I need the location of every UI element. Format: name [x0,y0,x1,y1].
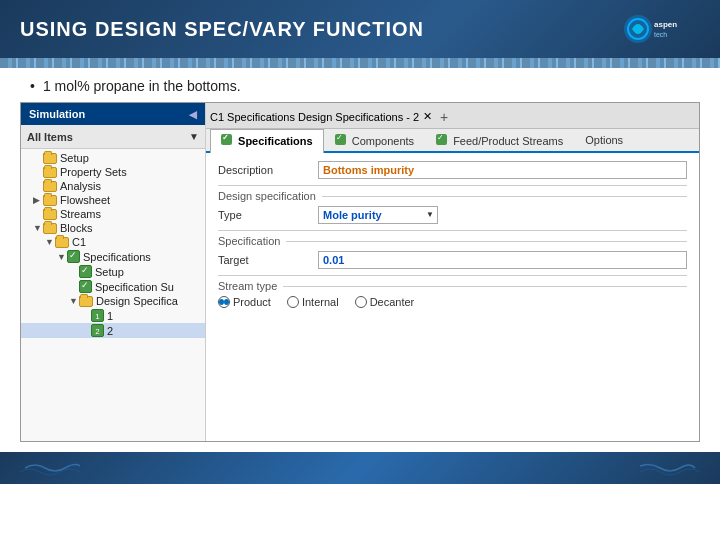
section-text: Stream type [218,280,277,292]
header: USING DESIGN SPEC/VARY FUNCTION aspen te… [0,0,720,58]
all-items-dropdown[interactable]: ▼ [189,131,199,142]
check-icon [79,280,92,293]
tab-check-icon [221,134,232,145]
tab-options[interactable]: Options [574,129,634,151]
type-label: Type [218,209,318,221]
folder-icon [43,209,57,220]
target-label: Target [218,254,318,266]
section-text: Design specification [218,190,316,202]
form-content: Description Design specification Type Mo… [206,153,699,441]
type-select-wrapper: Mole purity Mass purity Mole fraction Ma… [318,206,438,224]
tree-arrow: ▼ [69,296,77,306]
tree-item-c1[interactable]: ▼ C1 [21,235,205,249]
right-panel: C1 Specifications Design Specifications … [206,103,699,441]
tab-label: Specifications [238,135,313,147]
tree-label: Blocks [60,222,92,234]
tree-item-specifications[interactable]: ▼ Specifications [21,249,205,264]
folder-icon [43,153,57,164]
stream-type-section-label: Stream type [218,275,687,292]
logo-area: aspen tech [620,11,700,47]
tree-item-1[interactable]: 1 1 [21,308,205,323]
svg-text:tech: tech [654,31,667,38]
stream-type-row: Product Internal Decanter [218,296,687,308]
tab-feed-product-streams[interactable]: Feed/Product Streams [425,129,574,151]
tree-item-spec-su[interactable]: Specification Su [21,279,205,294]
type-row: Type Mole purity Mass purity Mole fracti… [218,206,687,224]
radio-product[interactable]: Product [218,296,271,308]
folder-icon [43,195,57,206]
footer-deco-right [640,458,700,478]
tab-label: Components [352,135,414,147]
all-items-header: All Items ▼ [21,125,205,149]
target-row: Target [218,251,687,269]
tab-label: Feed/Product Streams [453,135,563,147]
inner-window-add[interactable]: + [436,109,452,125]
tree-item-blocks[interactable]: ▼ Blocks [21,221,205,235]
tree-label: 1 [107,310,113,322]
specification-section-label: Specification [218,230,687,247]
num-icon: 2 [91,324,104,337]
folder-icon [43,223,57,234]
radio-internal[interactable]: Internal [287,296,339,308]
tree-label: Design Specifica [96,295,178,307]
tree-area: Setup Property Sets Analysis ▶ Flowsheet [21,149,205,441]
main-content: Simulation ◀ All Items ▼ Setup Property … [0,102,720,452]
radio-label-decanter: Decanter [370,296,415,308]
radio-circle-internal [287,296,299,308]
tabs-row: Specifications Components Feed/Product S… [206,129,699,153]
tab-check-icon [335,134,346,145]
tree-label: Setup [60,152,89,164]
description-row: Description [218,161,687,179]
tab-label: Options [585,134,623,146]
tree-label: 2 [107,325,113,337]
target-input[interactable] [318,251,687,269]
folder-icon [79,296,93,307]
folder-icon [43,167,57,178]
tree-arrow: ▼ [57,252,65,262]
description-label: Description [218,164,318,176]
num-icon: 1 [91,309,104,322]
radio-group: Product Internal Decanter [218,296,414,308]
tree-item-analysis[interactable]: Analysis [21,179,205,193]
radio-label-product: Product [233,296,271,308]
all-items-label: All Items [27,131,73,143]
tree-item-streams[interactable]: Streams [21,207,205,221]
radio-circle-product [218,296,230,308]
tab-components[interactable]: Components [324,129,425,151]
bullet-text-content: 1 mol% propane in the bottoms. [43,78,241,94]
inner-window-close[interactable]: ✕ [423,110,432,123]
simulation-sidebar: Simulation ◀ All Items ▼ Setup Property … [21,103,206,441]
tab-check-icon [436,134,447,145]
description-input[interactable] [318,161,687,179]
tree-label: Specifications [83,251,151,263]
footer [0,452,720,484]
tree-item-property-sets[interactable]: Property Sets [21,165,205,179]
page-title: USING DESIGN SPEC/VARY FUNCTION [20,18,424,41]
tree-item-flowsheet[interactable]: ▶ Flowsheet [21,193,205,207]
sidebar-header-bar: Simulation ◀ [21,103,205,125]
folder-icon [43,181,57,192]
svg-text:aspen: aspen [654,20,677,29]
section-line [286,241,687,242]
aspentech-logo: aspen tech [620,11,700,47]
tree-label: Flowsheet [60,194,110,206]
tree-item-setup2[interactable]: Setup [21,264,205,279]
bullet-section: • 1 mol% propane in the bottoms. [0,68,720,102]
folder-icon [55,237,69,248]
radio-circle-decanter [355,296,367,308]
simulation-label: Simulation [29,108,85,120]
inner-window-title: C1 Specifications Design Specifications … [210,111,419,123]
section-line [322,196,687,197]
tree-item-design-spec[interactable]: ▼ Design Specifica [21,294,205,308]
radio-decanter[interactable]: Decanter [355,296,415,308]
tree-arrow: ▼ [45,237,53,247]
sidebar-collapse-arrow[interactable]: ◀ [189,109,197,120]
tab-specifications[interactable]: Specifications [210,129,324,153]
tree-label: Setup [95,266,124,278]
tree-item-setup[interactable]: Setup [21,151,205,165]
tree-item-2[interactable]: 2 2 [21,323,205,338]
radio-label-internal: Internal [302,296,339,308]
type-select[interactable]: Mole purity Mass purity Mole fraction Ma… [318,206,438,224]
tree-label: Property Sets [60,166,127,178]
bullet-point: • [30,78,35,94]
